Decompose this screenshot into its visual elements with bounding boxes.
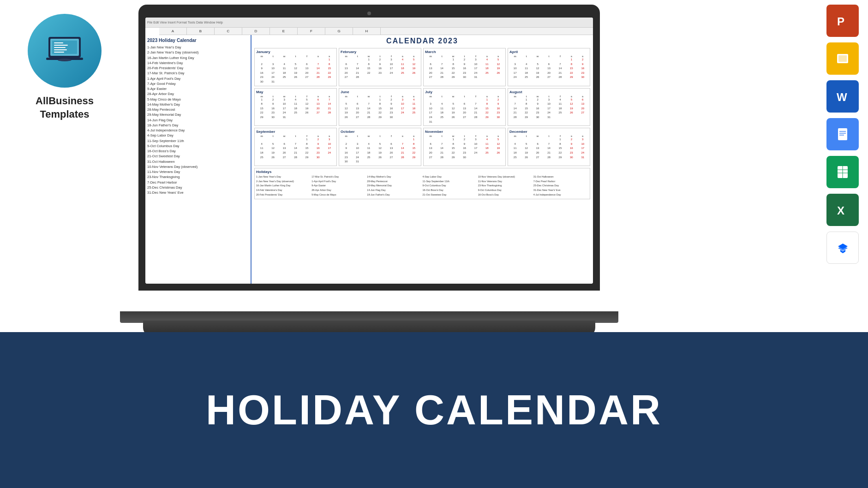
day-cell: 23: [312, 151, 323, 155]
google-slides-icon[interactable]: [826, 42, 859, 75]
day-cell: 16: [312, 146, 323, 151]
day-cell: 12: [532, 66, 543, 71]
excel-interface: File Edit View Insert Format Tools Data …: [145, 18, 593, 284]
day-cell: 4: [555, 98, 566, 102]
day-cell: 11: [279, 66, 290, 71]
day-cell: 23: [459, 71, 470, 76]
dropbox-icon[interactable]: [826, 232, 859, 264]
day-cell: 21: [470, 111, 481, 115]
day-cell: 20: [532, 151, 543, 155]
day-cell: 17: [397, 107, 408, 111]
holiday-list-item: 9-Oct Columbus Day: [147, 143, 249, 149]
day-cell: 7: [436, 142, 447, 147]
holiday-list-item: 23-Nov Thanksgiving: [147, 174, 249, 179]
day-cell: 7: [352, 62, 363, 67]
day-cell: 4: [521, 62, 532, 67]
day-cell: 29: [555, 155, 566, 160]
day-cell: 1: [363, 58, 374, 62]
column-headers: A B C D E F G H: [159, 28, 593, 35]
day-cell: 25: [509, 155, 521, 160]
month-box-april: Aprilmtwtfss1234567891011121314151617181…: [508, 48, 590, 86]
day-cell: 23: [566, 151, 577, 155]
month-days-grid: 1234567891011121314151617181920212223242…: [341, 58, 419, 80]
holiday-col-3: 14-May Mother's Day 28-May Pentecost 29-…: [367, 175, 422, 197]
day-cell: 15: [363, 66, 374, 71]
empty-day: [374, 137, 385, 142]
holiday-col-3-text: 14-May Mother's Day 28-May Pentecost 29-…: [367, 175, 422, 197]
day-cell: 24: [324, 151, 335, 155]
svg-text:P: P: [837, 15, 844, 28]
month-box-february: Februarymtwtfss1234567891011121314151617…: [339, 48, 421, 86]
day-cell: 21: [436, 71, 447, 76]
calendar-panel: CALENDAR 2023 Januarymtwtfss123456789101…: [251, 35, 593, 284]
day-cell: 3: [386, 58, 397, 62]
day-cell: 14: [324, 102, 335, 107]
day-cell: 29: [374, 115, 385, 120]
day-cell: 9: [459, 142, 470, 147]
day-cell: 20: [352, 111, 363, 115]
col-a: A: [159, 28, 187, 35]
day-cell: 15: [448, 146, 459, 151]
holiday-list-item: 25-Dec Christmas Day: [147, 185, 249, 190]
day-cell: 30: [566, 155, 577, 160]
day-cell: 27: [532, 155, 543, 160]
day-cell: 29: [301, 155, 312, 160]
word-icon[interactable]: W: [826, 80, 859, 113]
day-cell: 21: [363, 111, 374, 115]
holidays-footer: Holidays 1-Jan New Year's Day 2-Jan New …: [254, 168, 590, 199]
day-cell: 26: [493, 71, 504, 76]
day-cell: 16: [577, 66, 588, 71]
day-cell: 26: [493, 151, 504, 155]
day-cell: 7: [397, 142, 408, 147]
day-cell: 5: [341, 102, 352, 107]
day-cell: 6: [352, 102, 363, 107]
svg-text:X: X: [837, 204, 844, 217]
month-box-september: Septembermtwtfss123456789101112131415161…: [254, 128, 337, 166]
day-cell: 7: [470, 102, 481, 107]
day-cell: 25: [408, 111, 419, 115]
empty-day: [312, 58, 323, 62]
day-cell: 10: [543, 102, 554, 107]
day-cell: 3: [425, 102, 436, 107]
excel-icon[interactable]: X: [826, 194, 859, 226]
day-cell: 2: [386, 98, 397, 102]
svg-rect-21: [839, 135, 844, 136]
day-cell: 13: [425, 66, 436, 71]
day-cell: 10: [386, 62, 397, 67]
day-cell: 3: [352, 142, 363, 147]
day-cell: 20: [279, 151, 290, 155]
day-cell: 15: [374, 107, 385, 111]
day-cell: 23: [493, 111, 504, 115]
day-cell: 11: [408, 102, 419, 107]
day-cell: 16: [386, 107, 397, 111]
day-cell: 28: [436, 155, 447, 160]
google-sheets-icon[interactable]: [826, 156, 859, 188]
day-cell: 18: [397, 66, 408, 71]
day-cell: 11: [481, 62, 492, 67]
day-cell: 9: [341, 146, 352, 151]
day-cell: 6: [386, 142, 397, 147]
empty-day: [341, 98, 352, 102]
day-cell: 18: [481, 66, 492, 71]
day-cell: 8: [448, 142, 459, 147]
powerpoint-icon[interactable]: P: [826, 5, 859, 37]
day-cell: 14: [363, 107, 374, 111]
day-cell: 27: [386, 155, 397, 160]
day-cell: 20: [425, 71, 436, 76]
day-cell: 8: [301, 142, 312, 147]
month-days-grid: 1234567891011121314151617181920212223242…: [341, 98, 419, 120]
svg-rect-7: [54, 52, 64, 53]
day-cell: 14: [436, 146, 447, 151]
empty-day: [341, 58, 352, 62]
month-name: March: [425, 50, 504, 54]
col-f: F: [298, 28, 325, 35]
col-e: E: [270, 28, 298, 35]
empty-day: [290, 58, 301, 62]
holiday-list-item: 7-Dec Pearl Harbor: [147, 180, 249, 185]
day-cell: 10: [470, 142, 481, 147]
google-docs-icon[interactable]: [826, 118, 859, 150]
day-cell: 4: [363, 142, 374, 147]
day-cell: 8: [566, 62, 577, 67]
day-cell: 8: [408, 142, 419, 147]
holiday-list-item: 16-Oct Boss's Day: [147, 149, 249, 154]
